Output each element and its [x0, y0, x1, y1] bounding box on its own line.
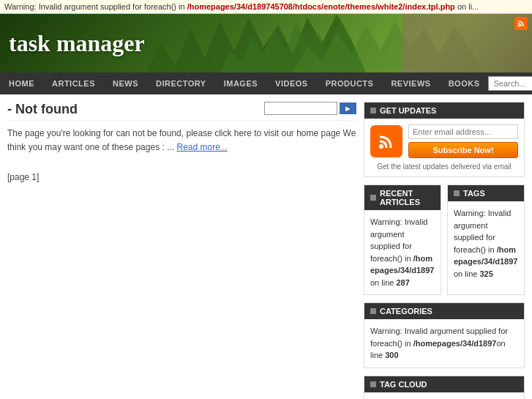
nav-item-directory[interactable]: DIRECTORY: [147, 72, 215, 94]
warning-text: Warning: Invalid argument supplied for f…: [4, 2, 187, 11]
content-search-widget: ►: [264, 102, 356, 115]
recent-articles-body: Warning: Invalid argument supplied for f…: [364, 210, 441, 294]
title-square-icon: [370, 195, 376, 201]
nav-item-articles[interactable]: ARTICLES: [43, 72, 104, 94]
tag-cloud-title: TAG CLOUD: [364, 376, 524, 392]
get-updates-label: GET UPDATES: [380, 106, 436, 115]
tag-cloud-widget: TAG CLOUD Warning: Invalid argument supp…: [364, 376, 525, 400]
updates-caption: Get the latest updates delivered via ema…: [370, 163, 518, 171]
title-square-icon: [454, 190, 460, 196]
tags-widget: TAGS Warning: Invalid argument supplied …: [447, 184, 525, 295]
header: task manager: [0, 14, 532, 72]
warning-bar: Warning: Invalid argument supplied for f…: [0, 0, 532, 14]
nav-items-container: HOME ARTICLES NEWS DIRECTORY IMAGES VIDE…: [0, 72, 488, 94]
page-title: task manager: [0, 14, 532, 57]
nav-item-videos[interactable]: VIDEOS: [266, 72, 317, 94]
categories-title: CATEGORIES: [364, 303, 524, 319]
title-square-icon: [370, 381, 376, 387]
sidebar-lower: RECENT ARTICLES Warning: Invalid argumen…: [364, 184, 525, 302]
svg-point-4: [518, 25, 520, 27]
tags-title: TAGS: [448, 185, 524, 201]
title-square-icon: [370, 308, 376, 314]
sidebar: GET UPDATES Subscribe Now!: [364, 102, 525, 399]
subscribe-button[interactable]: Subscribe Now!: [408, 142, 518, 158]
content-search-button[interactable]: ►: [340, 102, 356, 114]
categories-body: Warning: Invalid argument supplied for f…: [364, 319, 524, 368]
main-layout: ► - Not found The page you're looking fo…: [0, 94, 532, 399]
categories-warning: Warning: Invalid argument supplied for f…: [370, 325, 518, 362]
get-updates-body: Subscribe Now! Get the latest updates de…: [364, 119, 524, 176]
recent-articles-warning: Warning: Invalid argument supplied for f…: [370, 216, 435, 288]
content-area: ► - Not found The page you're looking fo…: [7, 102, 356, 399]
title-square-icon: [370, 108, 376, 113]
page-info: [page 1]: [7, 172, 356, 182]
rss-subscribe-row: Subscribe Now!: [370, 124, 518, 158]
email-form: Subscribe Now!: [408, 124, 518, 158]
nav-item-news[interactable]: NEWS: [104, 72, 147, 94]
nav-item-images[interactable]: IMAGES: [215, 72, 266, 94]
content-search-input[interactable]: [264, 102, 337, 115]
rss-big-icon: [370, 125, 402, 157]
nav-item-products[interactable]: PRODUCTS: [317, 72, 383, 94]
categories-label: CATEGORIES: [380, 307, 432, 316]
recent-articles-label: RECENT ARTICLES: [380, 189, 435, 206]
nav-item-home[interactable]: HOME: [0, 72, 43, 94]
recent-articles-title: RECENT ARTICLES: [364, 185, 441, 210]
svg-point-5: [379, 144, 383, 149]
tags-body: Warning: Invalid argument supplied for f…: [448, 201, 524, 286]
rss-icon[interactable]: [514, 17, 528, 30]
read-more-link[interactable]: Read more...: [176, 142, 227, 152]
get-updates-title: GET UPDATES: [364, 102, 524, 119]
email-input[interactable]: [408, 124, 518, 139]
tags-warning: Warning: Invalid argument supplied for f…: [454, 207, 518, 280]
get-updates-widget: GET UPDATES Subscribe Now!: [364, 102, 525, 177]
tag-cloud-label: TAG CLOUD: [380, 380, 427, 389]
warning-path[interactable]: /homepages/34/d189745708/htdocs/enote/th…: [187, 2, 455, 11]
nav-item-books[interactable]: BOOKS: [440, 72, 489, 94]
navigation: HOME ARTICLES NEWS DIRECTORY IMAGES VIDE…: [0, 72, 532, 94]
search-input[interactable]: [488, 76, 532, 91]
not-found-description: The page you're looking for can not be f…: [7, 127, 356, 154]
categories-widget: CATEGORIES Warning: Invalid argument sup…: [364, 302, 525, 368]
tags-label: TAGS: [463, 189, 485, 198]
recent-articles-widget: RECENT ARTICLES Warning: Invalid argumen…: [364, 184, 441, 295]
warning-suffix: on li...: [455, 2, 479, 11]
nav-item-reviews[interactable]: REVIEWS: [382, 72, 439, 94]
tag-cloud-body: Warning: Invalid argument supplied for f…: [364, 392, 524, 400]
